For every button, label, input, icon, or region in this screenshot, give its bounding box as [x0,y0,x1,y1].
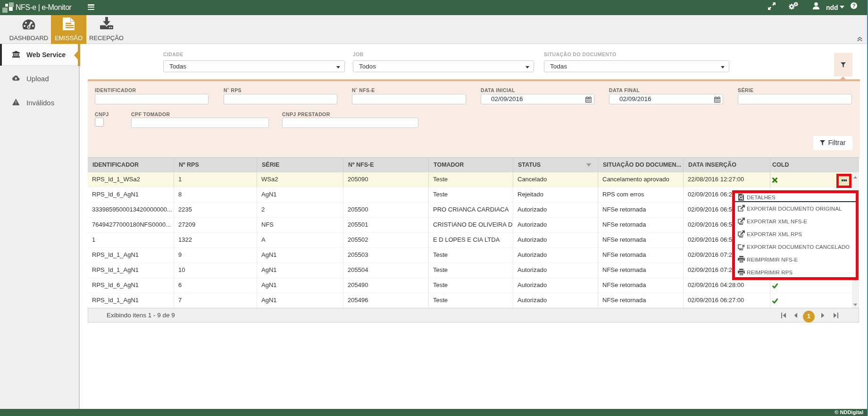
svg-text:XML: XML [740,235,744,238]
svg-text:XML: XML [740,248,744,250]
svg-text:XML: XML [740,222,744,225]
